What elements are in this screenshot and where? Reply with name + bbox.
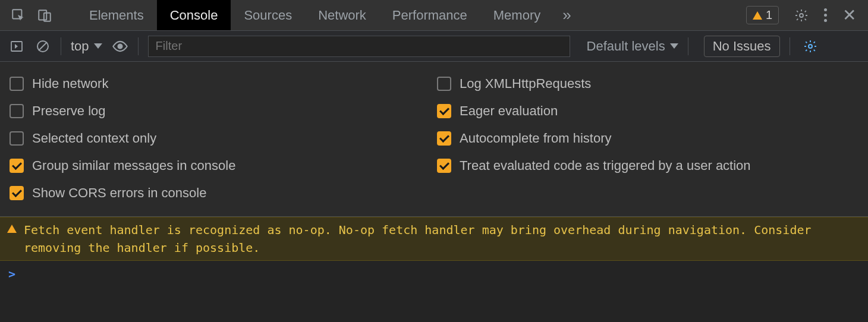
console-settings-panel: Hide network Log XMLHttpRequests Preserv…	[0, 62, 868, 217]
tab-label: Performance	[392, 8, 467, 23]
checkbox-label: Autocomplete from history	[460, 131, 612, 146]
filter-input[interactable]	[148, 36, 570, 57]
tab-memory[interactable]: Memory	[480, 0, 553, 30]
tab-elements[interactable]: Elements	[76, 0, 157, 30]
inspect-element-icon[interactable]	[11, 8, 26, 23]
checkbox[interactable]	[437, 159, 451, 173]
warnings-count-badge[interactable]: 1	[746, 6, 779, 24]
tab-performance[interactable]: Performance	[379, 0, 480, 30]
checkbox-label: Preserve log	[32, 103, 106, 119]
toggle-sidebar-icon[interactable]	[8, 38, 25, 55]
tabstrip-left-icons	[0, 8, 52, 23]
checkbox-label: Selected context only	[32, 131, 156, 146]
tab-label: Network	[318, 8, 366, 23]
svg-point-3	[800, 14, 803, 17]
issues-label: No Issues	[713, 39, 771, 53]
settings-gear-icon[interactable]	[794, 8, 809, 23]
checkbox[interactable]	[10, 104, 24, 118]
checkbox[interactable]	[437, 77, 451, 91]
console-warning-message: Fetch event handler is recognized as no-…	[0, 217, 868, 261]
warning-triangle-icon	[7, 225, 17, 233]
close-icon[interactable]: ✕	[842, 7, 856, 24]
toolbar-separator	[138, 37, 139, 55]
chevron-down-icon	[94, 43, 102, 49]
svg-point-8	[809, 45, 812, 48]
warning-triangle-icon	[753, 11, 762, 20]
execution-context-selector[interactable]: top	[71, 39, 102, 54]
tab-label: Memory	[493, 8, 540, 23]
tab-label: Console	[170, 8, 218, 23]
checkbox[interactable]	[10, 77, 24, 91]
log-levels-selector[interactable]: Default levels	[587, 39, 678, 54]
checkbox-label: Hide network	[32, 76, 108, 91]
tab-console[interactable]: Console	[157, 0, 231, 30]
setting-preserve-log[interactable]: Preserve log	[10, 103, 431, 119]
tab-sources[interactable]: Sources	[231, 0, 305, 30]
warnings-count: 1	[766, 8, 772, 22]
checkbox-label: Group similar messages in console	[32, 158, 235, 173]
checkbox[interactable]	[10, 186, 24, 200]
svg-point-7	[118, 44, 122, 48]
setting-group-similar[interactable]: Group similar messages in console	[10, 158, 431, 173]
prompt-chevron-icon: >	[8, 267, 15, 281]
setting-eager-evaluation[interactable]: Eager evaluation	[437, 103, 858, 119]
tab-label: Sources	[244, 8, 292, 23]
tabstrip-right: 1 ✕	[746, 6, 868, 24]
checkbox[interactable]	[10, 159, 24, 173]
toolbar-separator	[790, 37, 790, 55]
toolbar-separator	[61, 37, 61, 55]
devtools-tabstrip: Elements Console Sources Network Perform…	[0, 0, 868, 31]
setting-treat-as-user-action[interactable]: Treat evaluated code as triggered by a u…	[437, 158, 858, 173]
tab-label: Elements	[89, 8, 144, 23]
tabs-overflow-button[interactable]: »	[553, 0, 580, 30]
device-toggle-icon[interactable]	[37, 8, 52, 23]
issues-button[interactable]: No Issues	[704, 36, 780, 57]
checkbox-label: Show CORS errors in console	[32, 185, 206, 201]
chevron-down-icon	[670, 43, 678, 49]
setting-show-cors-errors[interactable]: Show CORS errors in console	[10, 185, 431, 201]
panel-tabs: Elements Console Sources Network Perform…	[76, 0, 580, 30]
toolbar-separator	[688, 37, 688, 55]
checkbox-label: Treat evaluated code as triggered by a u…	[460, 158, 751, 173]
overflow-glyph: »	[562, 6, 571, 24]
more-options-icon[interactable]	[824, 8, 827, 22]
warning-text: Fetch event handler is recognized as no-…	[24, 221, 858, 257]
clear-console-icon[interactable]	[34, 38, 51, 55]
setting-autocomplete-history[interactable]: Autocomplete from history	[437, 131, 858, 146]
setting-selected-context-only[interactable]: Selected context only	[10, 131, 431, 146]
checkbox[interactable]	[437, 104, 451, 118]
levels-label: Default levels	[587, 39, 665, 54]
checkbox[interactable]	[437, 131, 451, 146]
live-expression-icon[interactable]	[112, 38, 128, 55]
tab-network[interactable]: Network	[305, 0, 379, 30]
console-prompt[interactable]: >	[0, 261, 868, 287]
setting-log-xhr[interactable]: Log XMLHttpRequests	[437, 76, 858, 91]
setting-hide-network[interactable]: Hide network	[10, 76, 431, 91]
checkbox[interactable]	[10, 131, 24, 146]
svg-rect-1	[39, 10, 46, 20]
console-settings-gear-icon[interactable]	[803, 39, 817, 53]
checkbox-label: Eager evaluation	[460, 103, 558, 119]
context-label: top	[71, 39, 89, 54]
console-toolbar: top Default levels No Issues	[0, 31, 868, 62]
checkbox-label: Log XMLHttpRequests	[460, 76, 591, 91]
svg-line-6	[39, 42, 47, 50]
